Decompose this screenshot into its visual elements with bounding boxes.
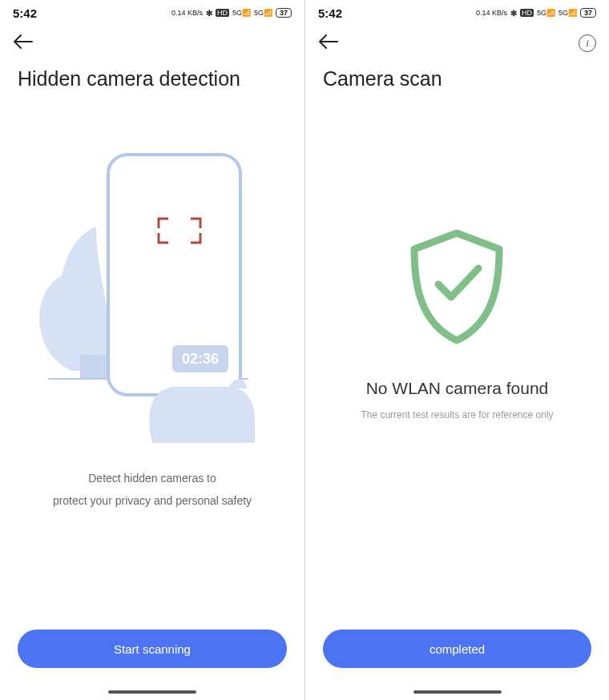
result-subtitle: The current test results are for referen…: [361, 409, 553, 420]
signal-1: 5G📶: [537, 9, 555, 17]
info-icon[interactable]: i: [579, 34, 596, 52]
battery-level: 37: [276, 8, 292, 18]
page-title: Hidden camera detection: [0, 61, 304, 91]
illustration-phone-scan: 02:36: [32, 139, 272, 443]
nav-bar: i: [305, 26, 609, 61]
shield-check-icon: [405, 227, 509, 350]
description-line-1: Detect hidden cameras to: [53, 467, 252, 489]
status-time: 5:42: [318, 6, 342, 20]
signal-1: 5G📶: [232, 9, 251, 17]
battery-level: 37: [580, 8, 596, 18]
back-arrow-icon[interactable]: [318, 32, 339, 54]
signal-2: 5G📶: [254, 9, 272, 17]
status-time: 5:42: [13, 6, 37, 20]
screen-scan-result: 5:42 0.14 KB/s ✻ HD 5G📶 5G📶 37 i Camera …: [304, 0, 609, 700]
signal-2: 5G📶: [559, 9, 577, 17]
home-indicator[interactable]: [108, 690, 196, 694]
illustration-time-text: 02:36: [182, 351, 219, 367]
page-title: Camera scan: [305, 61, 609, 91]
hd-badge: HD: [216, 9, 229, 17]
hd-badge: HD: [520, 9, 534, 17]
description-line-2: protect your privacy and personal safety: [53, 489, 252, 512]
completed-button[interactable]: completed: [323, 630, 591, 668]
bluetooth-icon: ✻: [206, 9, 212, 18]
status-bar: 5:42 0.14 KB/s ✻ HD 5G📶 5G📶 37: [0, 0, 304, 26]
back-arrow-icon[interactable]: [13, 32, 34, 54]
nav-bar: [0, 26, 304, 61]
status-indicators: 0.14 KB/s ✻ HD 5G📶 5G📶 37: [476, 8, 596, 18]
network-speed: 0.14 KB/s: [171, 9, 203, 17]
start-scanning-button[interactable]: Start scanning: [18, 630, 287, 668]
bluetooth-icon: ✻: [510, 9, 517, 18]
status-bar: 5:42 0.14 KB/s ✻ HD 5G📶 5G📶 37: [305, 0, 609, 26]
description-text: Detect hidden cameras to protect your pr…: [53, 467, 252, 512]
screen-detection: 5:42 0.14 KB/s ✻ HD 5G📶 5G📶 37 Hidden ca…: [0, 0, 304, 700]
home-indicator[interactable]: [413, 690, 502, 694]
network-speed: 0.14 KB/s: [476, 9, 507, 17]
status-indicators: 0.14 KB/s ✻ HD 5G📶 5G📶 37: [171, 8, 292, 18]
result-title: No WLAN camera found: [366, 379, 549, 398]
